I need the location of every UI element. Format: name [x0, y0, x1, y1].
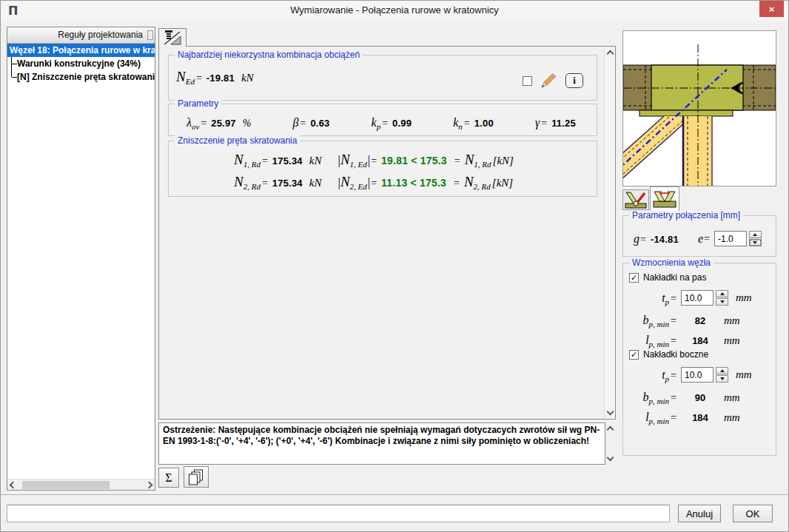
sigma-icon: Σ	[165, 471, 172, 485]
spinner-down-button[interactable]	[716, 375, 728, 383]
tab-bolt-weld-check[interactable]	[158, 28, 187, 47]
triangle-up-icon	[753, 233, 757, 236]
unit-label: mm	[724, 334, 740, 347]
scroll-left-button[interactable]	[7, 479, 19, 491]
joint-drawing	[623, 31, 776, 186]
scroll-up-button[interactable]	[605, 424, 616, 435]
unit-label: mm	[724, 411, 740, 424]
title-bar: Π Wymiarowanie - Połączenia rurowe w kra…	[1, 1, 788, 21]
group-title: Zniszczenie pręta skratowania	[175, 135, 300, 146]
cancel-button[interactable]: Anuluj	[678, 505, 721, 522]
design-rules-panel: Reguły projektowania Węzeł 18: Połączeni…	[7, 27, 155, 491]
check-icon: ✓	[631, 351, 637, 359]
triangle-up-icon	[720, 369, 725, 372]
tree-item-brace-failure[interactable]: [N] Zniszczenie pręta skratowania (1	[7, 70, 155, 84]
e-spinner	[749, 231, 762, 246]
close-icon: ×	[769, 4, 775, 15]
ok-button[interactable]: OK	[733, 505, 773, 522]
group-title: Najbardziej niekorzystna kombinacja obci…	[175, 50, 363, 60]
joint-preview	[622, 30, 776, 186]
cancel-label: Anuluj	[686, 508, 713, 519]
chevron-down-icon	[607, 408, 614, 416]
copy-report-button[interactable]	[184, 466, 209, 488]
chord-tp-row: tp= mm	[623, 290, 752, 306]
chevron-down-icon	[607, 454, 614, 462]
param-lambda-ov: λov=25.97%	[187, 116, 251, 129]
footer-separator	[1, 494, 788, 495]
chord-tp-spinner	[716, 290, 728, 306]
results-panel: Najbardziej niekorzystna kombinacja obci…	[158, 46, 616, 420]
scroll-up-button[interactable]	[605, 48, 616, 59]
connection-params-group: Parametry połączenia [mm] g= -14.81 e=	[622, 215, 776, 257]
side-plates-checkbox[interactable]: ✓	[629, 350, 639, 360]
tree-branch-icon	[7, 70, 17, 84]
results-vertical-scrollbar[interactable]	[604, 47, 615, 419]
spinner-down-button[interactable]	[716, 298, 728, 306]
tab-joint-geometry[interactable]	[650, 186, 679, 211]
e-input[interactable]	[714, 231, 747, 246]
scroll-down-button[interactable]	[605, 406, 616, 417]
sum-button[interactable]: Σ	[158, 468, 179, 488]
scroll-down-button[interactable]	[605, 452, 616, 463]
lp-value: 184	[681, 412, 719, 423]
tree-item-label: [N] Zniszczenie pręta skratowania (1	[17, 70, 155, 84]
parameters-group: Parametry λov=25.97% β=0.63 kp=0.99 kn=1…	[168, 104, 597, 136]
spinner-up-button[interactable]	[716, 290, 728, 297]
e-value-row: e=	[698, 231, 762, 246]
spinner-up-button[interactable]	[749, 231, 762, 238]
chevron-up-icon	[607, 426, 614, 434]
close-button[interactable]: ×	[759, 1, 784, 17]
n2-check-formula: N2, Rd= 175.34 kN |N2, Ed|= 11.13 < 175.…	[234, 174, 597, 190]
tree-branch-icon	[7, 57, 17, 70]
chevron-left-icon	[10, 482, 17, 489]
scrollbar-thumb[interactable]	[22, 481, 110, 489]
scroll-right-button[interactable]	[144, 479, 155, 491]
n1-check-formula: N1, Rd= 175.34 kN |N1, Ed|= 19.81 < 175.…	[234, 152, 597, 168]
param-beta: β=0.63	[293, 116, 330, 129]
tree-header-button[interactable]	[147, 30, 153, 40]
triangle-down-icon	[720, 300, 725, 303]
ok-label: OK	[746, 508, 760, 519]
chord-plates-label: Nakładki na pas	[643, 272, 706, 283]
info-icon: i	[573, 75, 576, 87]
triangle-up-icon	[720, 292, 725, 295]
triangle-down-icon	[720, 377, 725, 380]
spinner-down-button[interactable]	[749, 239, 762, 246]
bp-value: 90	[681, 392, 719, 403]
side-bp-row: bp, min= 90 mm	[623, 391, 740, 404]
tree-item-constructive-conditions[interactable]: Warunki konstrukcyjne (34%)	[7, 57, 155, 70]
param-kn: kn=1.00	[453, 116, 494, 129]
chord-plates-checkbox[interactable]: ✓	[629, 273, 639, 283]
triangle-down-icon	[753, 241, 757, 244]
warning-scrollbar[interactable]	[605, 422, 616, 465]
warning-text: Ostrzeżenie: Następujące kombinacje obci…	[158, 422, 605, 465]
worst-combination-group: Najbardziej niekorzystna kombinacja obci…	[168, 55, 597, 101]
side-tp-input[interactable]	[681, 367, 714, 383]
unit-label: mm	[736, 292, 752, 304]
tree-header[interactable]: Reguły projektowania	[7, 27, 155, 44]
brace-failure-group: Zniszczenie pręta skratowania N1, Rd= 17…	[168, 141, 597, 197]
lp-value: 184	[681, 335, 719, 346]
spinner-up-button[interactable]	[716, 367, 728, 374]
tree-horizontal-scrollbar[interactable]	[7, 479, 155, 490]
side-lp-row: lp, min= 184 mm	[623, 411, 740, 424]
tab-joint-scheme[interactable]	[622, 189, 649, 210]
tree-header-label: Reguły projektowania	[58, 30, 143, 40]
combination-checkbox[interactable]	[523, 76, 532, 86]
dialog-window: Π Wymiarowanie - Połączenia rurowe w kra…	[0, 0, 789, 532]
check-icon: ✓	[631, 274, 637, 282]
info-button[interactable]: i	[565, 73, 583, 88]
chord-lp-row: lp, min= 184 mm	[623, 334, 740, 347]
chord-tp-input[interactable]	[681, 290, 714, 306]
bp-value: 82	[681, 315, 719, 326]
chord-bp-row: bp, min= 82 mm	[623, 314, 740, 327]
group-title: Parametry	[175, 98, 221, 109]
edit-pencil-icon[interactable]	[541, 73, 557, 88]
param-kp: kp=0.99	[372, 116, 412, 129]
side-tp-row: tp= mm	[623, 367, 752, 383]
bolt-weld-icon	[163, 30, 182, 46]
g-value-row: g= -14.81	[634, 232, 679, 246]
tree-item-node18[interactable]: Węzeł 18: Połączenia rurowe w kra	[7, 44, 155, 57]
window-title: Wymiarowanie - Połączenia rurowe w krato…	[1, 4, 788, 16]
status-field	[7, 505, 670, 522]
